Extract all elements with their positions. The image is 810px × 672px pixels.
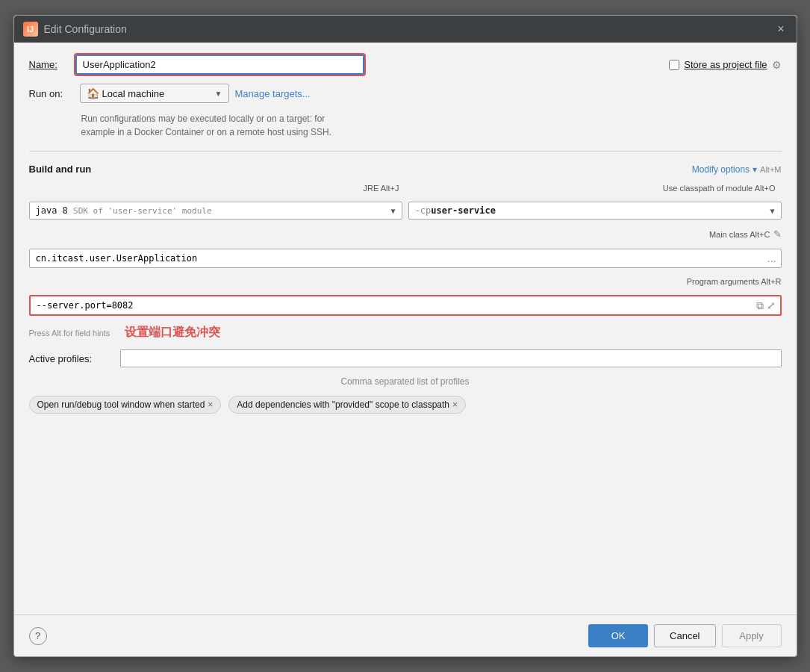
local-machine-label: Local machine [102, 88, 165, 99]
program-args-wrapper: ⧉ ⤢ [29, 295, 782, 316]
tag-close-icon[interactable]: × [208, 399, 213, 410]
expand-icon[interactable]: ⤢ [767, 299, 776, 312]
program-args-hint-row: Program arguments Alt+R [29, 277, 782, 286]
edit-configuration-dialog: IJ Edit Configuration × Name: Store as p… [13, 15, 797, 657]
dialog-title: Edit Configuration [44, 23, 127, 35]
footer-buttons: OK Cancel Apply [588, 624, 781, 647]
program-args-hint: Program arguments Alt+R [687, 277, 782, 286]
name-store-row: Name: Store as project file ⚙ [29, 55, 782, 75]
jdk-classpath-row: java 8 SDK of 'user-service' module ▼ -c… [29, 202, 782, 220]
hint-row: Press Alt for field hints 设置端口避免冲突 [29, 325, 782, 340]
run-on-label: Run on: [29, 88, 74, 99]
chevron-down-icon: ▾ [753, 164, 757, 175]
active-profiles-label: Active profiles: [29, 353, 111, 364]
tag-add-dependencies[interactable]: Add dependencies with "provided" scope t… [228, 396, 466, 414]
name-label: Name: [29, 59, 66, 70]
store-row: Store as project file ⚙ [669, 59, 781, 71]
run-on-row: Run on: 🏠 Local machine ▼ Manage targets… [29, 84, 782, 103]
classpath-hint: Use classpath of module Alt+O [405, 184, 782, 193]
comma-hint: Comma separated list of profiles [29, 376, 782, 387]
tag-close-icon[interactable]: × [452, 399, 458, 410]
edit-icon: ✎ [773, 228, 782, 240]
dialog-body: Name: Store as project file ⚙ Run on: 🏠 … [14, 43, 797, 615]
ok-button[interactable]: OK [588, 624, 648, 647]
gear-icon[interactable]: ⚙ [772, 59, 782, 71]
title-bar-left: IJ Edit Configuration [23, 22, 127, 37]
classpath-prefix: -cp [415, 205, 432, 216]
browse-icon[interactable]: ... [767, 252, 776, 264]
help-button[interactable]: ? [29, 627, 47, 645]
apply-button[interactable]: Apply [722, 624, 782, 647]
tag-open-run-debug[interactable]: Open run/debug tool window when started … [29, 396, 222, 414]
store-project-label: Store as project file [684, 59, 767, 70]
dialog-footer: ? OK Cancel Apply [14, 615, 797, 656]
divider [29, 151, 782, 152]
classpath-value: user-service [431, 205, 496, 216]
jre-classpath-hint-row: JRE Alt+J Use classpath of module Alt+O [29, 184, 782, 193]
main-class-input-wrapper: ... [29, 249, 782, 268]
name-input[interactable] [77, 56, 364, 73]
jre-hint: JRE Alt+J [29, 184, 405, 193]
store-project-checkbox[interactable] [669, 60, 679, 70]
modify-options[interactable]: Modify options ▾ Alt+M [692, 164, 782, 175]
args-icons: ⧉ ⤢ [756, 299, 776, 312]
jdk-dropdown-arrow-icon: ▼ [390, 207, 395, 215]
title-bar: IJ Edit Configuration × [14, 16, 797, 43]
main-class-hint-row: Main class Alt+C ✎ [29, 228, 782, 240]
manage-targets-link[interactable]: Manage targets... [235, 88, 311, 99]
jdk-select[interactable]: java 8 SDK of 'user-service' module ▼ [29, 202, 402, 220]
close-button[interactable]: × [774, 23, 787, 35]
dropdown-arrow-icon: ▼ [215, 90, 222, 98]
jdk-select-text: java 8 SDK of 'user-service' module [36, 205, 212, 216]
main-class-hint: Main class Alt+C [709, 230, 770, 239]
classpath-select[interactable]: -cp user-service ▼ [408, 202, 782, 220]
description-text: Run configurations may be executed local… [81, 112, 782, 139]
main-class-input[interactable] [30, 249, 781, 267]
active-profiles-input[interactable] [120, 349, 782, 367]
chinese-hint: 设置端口避免冲突 [125, 325, 220, 340]
build-run-title: Build and run [29, 164, 92, 175]
classpath-dropdown-arrow-icon: ▼ [770, 207, 774, 215]
name-input-wrapper [75, 55, 365, 75]
build-run-header: Build and run Modify options ▾ Alt+M [29, 164, 782, 175]
copy-icon[interactable]: ⧉ [756, 299, 764, 312]
press-alt-hint: Press Alt for field hints [29, 329, 110, 337]
program-args-input[interactable] [31, 296, 780, 314]
tag-label: Add dependencies with "provided" scope t… [237, 399, 449, 410]
tag-label: Open run/debug tool window when started [37, 399, 205, 410]
local-machine-select[interactable]: 🏠 Local machine ▼ [80, 84, 229, 103]
home-icon: 🏠 [87, 87, 99, 99]
app-icon: IJ [23, 22, 38, 37]
tags-row: Open run/debug tool window when started … [29, 396, 782, 414]
active-profiles-row: Active profiles: [29, 349, 782, 367]
cancel-button[interactable]: Cancel [654, 624, 715, 647]
